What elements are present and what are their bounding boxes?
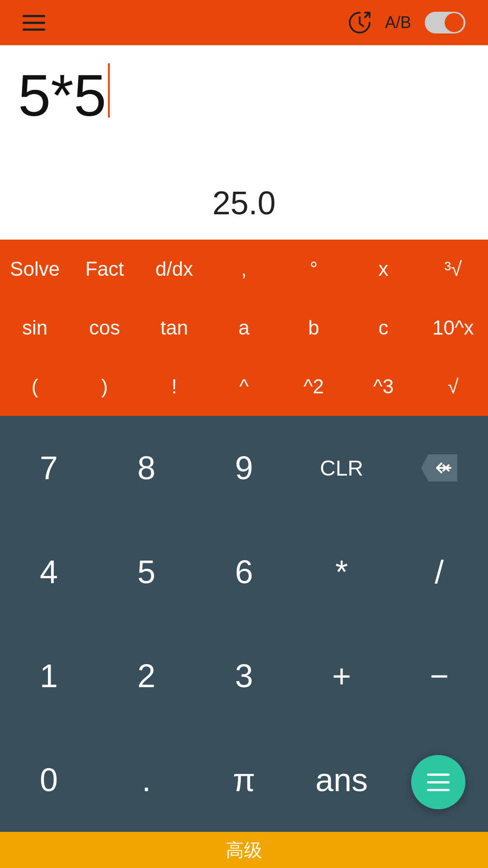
display-area: 5*5 25.0 [0, 45, 488, 240]
nine-button[interactable]: 9 [195, 416, 293, 520]
cos-button[interactable]: cos [70, 298, 139, 357]
x-var-button[interactable]: x [348, 240, 418, 298]
minus-button[interactable]: − [390, 624, 488, 728]
six-button[interactable]: 6 [195, 520, 293, 624]
ddx-button[interactable]: d/dx [140, 240, 209, 298]
seven-button[interactable]: 7 [0, 416, 98, 520]
c-var-button[interactable]: c [348, 298, 418, 357]
header: A/B [0, 0, 488, 45]
toggle-knob [445, 13, 464, 32]
five-button[interactable]: 5 [98, 520, 195, 624]
bottom-bar[interactable]: 高级 [0, 832, 488, 868]
backspace-shape [421, 454, 457, 481]
ab-toggle[interactable] [425, 12, 465, 33]
two-button[interactable]: 2 [98, 624, 195, 728]
cursor [108, 63, 110, 118]
multiply-button[interactable]: * [293, 520, 390, 624]
divide-button[interactable]: / [390, 520, 488, 624]
rparen-button[interactable]: ) [70, 357, 139, 416]
fab-icon [427, 774, 450, 791]
hamburger-menu[interactable] [23, 15, 45, 31]
sqrt-button[interactable]: √ [418, 357, 488, 416]
lparen-button[interactable]: ( [0, 357, 70, 416]
ans-button[interactable]: ans [293, 728, 390, 832]
one-button[interactable]: 1 [0, 624, 98, 728]
backspace-button[interactable] [390, 416, 488, 520]
ten-pow-button[interactable]: 10^x [418, 298, 488, 357]
zero-button[interactable]: 0 [0, 728, 98, 832]
four-button[interactable]: 4 [0, 520, 98, 624]
a-var-button[interactable]: a [209, 298, 279, 357]
scientific-keyboard: Solve Fact d/dx , ° x ³√ sin cos tan a b… [0, 240, 488, 416]
expression-area: 5*5 [18, 54, 470, 184]
pi-button[interactable]: π [195, 728, 293, 832]
cbrt-button[interactable]: ³√ [418, 240, 488, 298]
solve-button[interactable]: Solve [0, 240, 70, 298]
sin-button[interactable]: sin [0, 298, 70, 357]
result-area: 25.0 [18, 184, 470, 231]
history-icon[interactable] [348, 11, 371, 34]
sci-row-3: ( ) ! ^ ^2 ^3 √ [0, 357, 488, 416]
dot-button[interactable]: . [98, 728, 195, 832]
result: 25.0 [212, 184, 276, 222]
factorial-button[interactable]: ! [140, 357, 209, 416]
tan-button[interactable]: tan [140, 298, 209, 357]
three-button[interactable]: 3 [195, 624, 293, 728]
num-row-1: 7 8 9 CLR [0, 416, 488, 520]
caret-button[interactable]: ^ [209, 357, 279, 416]
sci-row-2: sin cos tan a b c 10^x [0, 298, 488, 357]
b-var-button[interactable]: b [279, 298, 348, 357]
plus-button[interactable]: + [293, 624, 390, 728]
num-row-2: 4 5 6 * / [0, 520, 488, 624]
degree-button[interactable]: ° [279, 240, 348, 298]
header-right: A/B [348, 11, 465, 34]
fact-button[interactable]: Fact [70, 240, 139, 298]
num-row-3: 1 2 3 + − [0, 624, 488, 728]
cube-button[interactable]: ^3 [348, 357, 418, 416]
bottom-bar-label: 高级 [226, 838, 262, 863]
sq-button[interactable]: ^2 [279, 357, 348, 416]
clr-button[interactable]: CLR [293, 416, 390, 520]
sci-row-1: Solve Fact d/dx , ° x ³√ [0, 240, 488, 298]
fab-button[interactable] [411, 755, 465, 809]
eight-button[interactable]: 8 [98, 416, 195, 520]
ab-label: A/B [385, 13, 411, 32]
comma-button[interactable]: , [209, 240, 279, 298]
expression: 5*5 [18, 63, 106, 128]
